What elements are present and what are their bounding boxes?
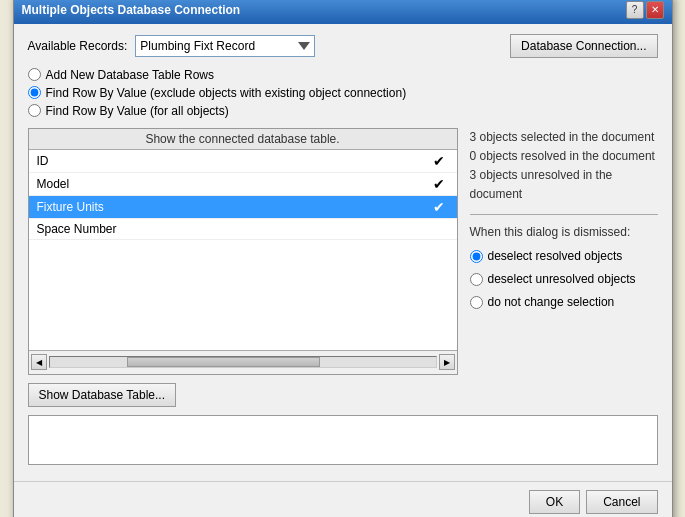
available-records-dropdown[interactable]: Plumbing Fixt Record [135, 35, 315, 57]
radio-find-exclude[interactable]: Find Row By Value (exclude objects with … [28, 86, 658, 100]
dismiss-label: When this dialog is dismissed: [470, 225, 658, 239]
status-section: 3 objects selected in the document 0 obj… [470, 128, 658, 205]
table-check-model: ✔ [429, 176, 449, 192]
dismiss-radio1[interactable] [470, 250, 483, 263]
status-line2: 0 objects resolved in the document [470, 147, 658, 166]
left-panel: Show the connected database table. ID ✔ … [28, 128, 458, 407]
scroll-area: ◀ ▶ [29, 350, 457, 374]
scroll-left-button[interactable]: ◀ [31, 354, 47, 370]
divider [470, 214, 658, 215]
main-content: Show the connected database table. ID ✔ … [28, 128, 658, 407]
dismiss-radio2[interactable] [470, 273, 483, 286]
table-cell-fixture: Fixture Units [37, 200, 429, 214]
radio-add-new-label: Add New Database Table Rows [46, 68, 215, 82]
dismiss-option2[interactable]: deselect unresolved objects [470, 272, 658, 286]
text-area-section[interactable] [28, 415, 658, 465]
radio-find-exclude-input[interactable] [28, 86, 41, 99]
table-cell-id: ID [37, 154, 429, 168]
table-container: Show the connected database table. ID ✔ … [28, 128, 458, 375]
cancel-button[interactable]: Cancel [586, 490, 657, 514]
table-check-id: ✔ [429, 153, 449, 169]
status-line1: 3 objects selected in the document [470, 128, 658, 147]
table-header: Show the connected database table. [29, 129, 457, 150]
dialog-title: Multiple Objects Database Connection [22, 3, 241, 17]
dialog-body: Available Records: Plumbing Fixt Record … [14, 24, 672, 475]
radio-find-exclude-label: Find Row By Value (exclude objects with … [46, 86, 407, 100]
radio-find-all[interactable]: Find Row By Value (for all objects) [28, 104, 658, 118]
dismiss-label1: deselect resolved objects [488, 249, 623, 263]
help-button[interactable]: ? [626, 1, 644, 19]
bottom-bar: OK Cancel [14, 481, 672, 518]
table-check-fixture: ✔ [429, 199, 449, 215]
scroll-track[interactable] [49, 356, 437, 368]
dismiss-label2: deselect unresolved objects [488, 272, 636, 286]
available-records-row: Available Records: Plumbing Fixt Record … [28, 34, 658, 58]
table-body: ID ✔ Model ✔ Fixture Units ✔ Space Num [29, 150, 457, 350]
table-row[interactable]: Model ✔ [29, 173, 457, 196]
table-cell-space: Space Number [37, 222, 429, 236]
right-panel: 3 objects selected in the document 0 obj… [470, 128, 658, 407]
table-row[interactable]: Space Number [29, 219, 457, 240]
radio-find-all-input[interactable] [28, 104, 41, 117]
database-connection-button[interactable]: Database Connection... [510, 34, 657, 58]
title-bar-buttons: ? ✕ [626, 1, 664, 19]
table-row-selected[interactable]: Fixture Units ✔ [29, 196, 457, 219]
ok-button[interactable]: OK [529, 490, 580, 514]
dismiss-option1[interactable]: deselect resolved objects [470, 249, 658, 263]
radio-add-new[interactable]: Add New Database Table Rows [28, 68, 658, 82]
table-cell-model: Model [37, 177, 429, 191]
available-records-label: Available Records: [28, 39, 128, 53]
radio-group-rows: Add New Database Table Rows Find Row By … [28, 68, 658, 118]
radio-find-all-label: Find Row By Value (for all objects) [46, 104, 229, 118]
title-bar: Multiple Objects Database Connection ? ✕ [14, 0, 672, 24]
scroll-thumb [127, 357, 320, 367]
dismiss-label3: do not change selection [488, 295, 615, 309]
scroll-right-button[interactable]: ▶ [439, 354, 455, 370]
dismiss-option3[interactable]: do not change selection [470, 295, 658, 309]
radio-add-new-input[interactable] [28, 68, 41, 81]
close-button[interactable]: ✕ [646, 1, 664, 19]
show-database-table-button[interactable]: Show Database Table... [28, 383, 177, 407]
status-line3: 3 objects unresolved in the document [470, 166, 658, 204]
dialog: Multiple Objects Database Connection ? ✕… [13, 0, 673, 517]
table-row[interactable]: ID ✔ [29, 150, 457, 173]
dismiss-radio3[interactable] [470, 296, 483, 309]
